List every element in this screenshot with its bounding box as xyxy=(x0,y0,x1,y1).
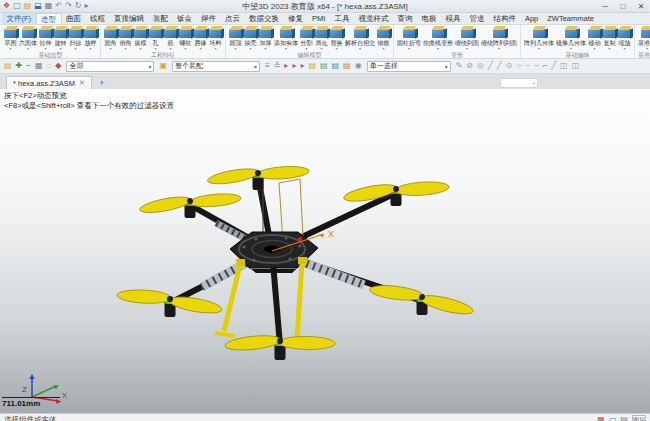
open-file-icon[interactable]: ▤ xyxy=(24,1,32,11)
match-icon[interactable]: ≙ xyxy=(273,60,282,72)
menu-tab-钣金[interactable]: 钣金 xyxy=(173,13,197,24)
ribbon-button-加厚[interactable]: 加厚▾ xyxy=(258,25,273,51)
list-mode-icon[interactable]: ≡ xyxy=(264,60,271,72)
ribbon-button-缠绕到面[interactable]: 缠绕到面▾ xyxy=(454,25,480,51)
redo-icon[interactable]: ↷ xyxy=(65,1,72,11)
ribbon-button-坯料[interactable]: 坯料▾ xyxy=(208,25,223,51)
menu-tab-工具[interactable]: 工具 xyxy=(330,13,354,24)
menu-tab-曲面[interactable]: 曲面 xyxy=(62,13,86,24)
menu-tab-线框[interactable]: 线框 xyxy=(86,13,110,24)
menu-tab-点云[interactable]: 点云 xyxy=(221,13,245,24)
ribbon-button-复制[interactable]: 复制▾ xyxy=(602,25,617,51)
ribbon-button-抽壳[interactable]: 抽壳▾ xyxy=(243,25,258,51)
target-icon[interactable]: ◉ xyxy=(354,60,363,72)
ribbon-button-拔模[interactable]: 拔模▾ xyxy=(133,25,148,51)
selection-mode-dropdown[interactable]: 单一选择 ▾ xyxy=(367,61,451,72)
menu-tab-装配[interactable]: 装配 xyxy=(149,13,173,24)
ribbon-button-缩放[interactable]: 缩放▾ xyxy=(617,25,632,51)
menu-tab-App[interactable]: App xyxy=(520,13,542,24)
pick-point-icon[interactable]: ◎ xyxy=(476,60,485,72)
floating-chip[interactable]: ▪ xyxy=(500,78,538,88)
circle-select-icon[interactable]: ◌ xyxy=(46,60,53,72)
assembly-scope-dropdown[interactable]: 整个装配 ▾ xyxy=(172,61,260,72)
layer-dropdown[interactable]: 图层0000 xyxy=(632,415,646,421)
play-icon[interactable]: ▸ xyxy=(85,1,89,11)
menu-tab-修复[interactable]: 修复 xyxy=(284,13,308,24)
menu-tab-视觉样式[interactable]: 视觉样式 xyxy=(354,13,393,24)
ribbon-button-按曲线变形[interactable]: 按曲线变形▾ xyxy=(422,25,454,51)
part-filter-icon[interactable]: ▤ xyxy=(307,60,317,72)
ribbon-button-解析自相交[interactable]: 解析自相交▾ xyxy=(344,25,376,51)
menu-tab-ZWTeammate[interactable]: ZWTeammate xyxy=(543,13,599,24)
save-icon[interactable]: ⬓ xyxy=(34,1,42,11)
menu-tab-电极[interactable]: 电极 xyxy=(417,13,441,24)
pick-prev-icon[interactable]: ▸ xyxy=(283,60,289,72)
pick-next-icon[interactable]: ▸ xyxy=(291,60,297,72)
undo-icon[interactable]: ↶ xyxy=(55,1,62,11)
minimize-button[interactable]: ─ xyxy=(599,2,611,11)
edge-filter-icon[interactable]: ▤ xyxy=(331,60,341,72)
pick-arc-icon[interactable]: ○ xyxy=(515,60,522,72)
menu-tab-造型[interactable]: 造型 xyxy=(36,13,62,24)
ribbon-button-基准面[interactable]: 基准面▾ xyxy=(637,25,650,51)
new-file-icon[interactable]: ▢ xyxy=(13,1,21,11)
curve-filter-icon[interactable]: ▤ xyxy=(342,60,352,72)
ribbon-button-移动[interactable]: 移动▾ xyxy=(587,25,602,51)
app-logo-icon[interactable]: ❖ xyxy=(3,1,10,11)
ribbon-button-放样[interactable]: 放样▾ xyxy=(83,25,98,51)
pick-circle-icon[interactable]: ⊙ xyxy=(505,60,514,72)
ribbon-button-旋转[interactable]: 旋转▾ xyxy=(53,25,68,51)
menu-tab-模具[interactable]: 模具 xyxy=(441,13,465,24)
ribbon-button-圆柱折弯[interactable]: 圆柱折弯▾ xyxy=(396,25,422,51)
layer-manager-icon[interactable]: ▤ xyxy=(3,60,13,72)
document-info-icon[interactable]: ▤ xyxy=(620,415,628,421)
menu-tab-数据交换[interactable]: 数据交换 xyxy=(245,13,284,24)
ribbon-button-孔[interactable]: 孔▾ xyxy=(148,25,163,51)
pick-spline-icon[interactable]: ~ xyxy=(533,60,540,72)
close-button[interactable]: ✕ xyxy=(635,2,647,11)
menu-tab-直接编辑[interactable]: 直接编辑 xyxy=(110,13,149,24)
ribbon-button-圆顶[interactable]: 圆顶▾ xyxy=(228,25,243,51)
viewport-3d[interactable]: 按下<F2>动态预览 <F8>或是<Shift+roll> 查看下一个有效的过滤… xyxy=(0,89,650,413)
ribbon-button-缠绕阵列到面[interactable]: 缠绕阵列到面▾ xyxy=(480,25,518,51)
ribbon-button-倒角[interactable]: 倒角▾ xyxy=(118,25,133,51)
ribbon-button-替换[interactable]: 替换▾ xyxy=(329,25,344,51)
pick-last-icon[interactable]: ▸ xyxy=(299,60,305,72)
pick-face-icon[interactable]: ◫ xyxy=(559,60,569,72)
sketch-pick-icon[interactable]: ✎ xyxy=(455,60,464,72)
pick-body-icon[interactable]: ◫ xyxy=(571,60,581,72)
document-tab-active[interactable]: * hexa.ass.Z3ASM ✕ xyxy=(6,76,92,89)
pick-line-icon[interactable]: ╱ xyxy=(487,60,494,72)
ribbon-button-拉伸[interactable]: 拉伸▾ xyxy=(38,25,53,51)
monitor-icon[interactable]: ▭ xyxy=(609,415,617,421)
ribbon-button-简化[interactable]: 简化▾ xyxy=(314,25,329,51)
ribbon-button-镶嵌[interactable]: 镶嵌▾ xyxy=(376,25,391,51)
print-icon[interactable]: ▦ xyxy=(45,1,53,11)
pick-axis-icon[interactable]: ╱ xyxy=(550,60,557,72)
menu-tab-PMI[interactable]: PMI xyxy=(308,13,330,24)
view-attributes-icon[interactable]: ▦ xyxy=(597,415,605,421)
ribbon-button-筋[interactable]: 筋▾ xyxy=(163,25,178,51)
ribbon-button-添加实体[interactable]: 添加实体▾ xyxy=(273,25,299,51)
tab-close-icon[interactable]: ✕ xyxy=(79,79,85,87)
ribbon-button-分割[interactable]: 分割▾ xyxy=(299,25,314,51)
ribbon-button-圆角[interactable]: 圆角▾ xyxy=(103,25,118,51)
pick-segment-icon[interactable]: ╱ xyxy=(496,60,503,72)
ribbon-button-扫掠[interactable]: 扫掠▾ xyxy=(68,25,83,51)
grid-snap-icon[interactable]: ▦ xyxy=(34,60,44,72)
menu-tab-管道[interactable]: 管道 xyxy=(465,13,489,24)
menu-tab-焊件[interactable]: 焊件 xyxy=(197,13,221,24)
ribbon-button-唇缘[interactable]: 唇缘▾ xyxy=(193,25,208,51)
ribbon-button-镜像几何体[interactable]: 镜像几何体▾ xyxy=(555,25,587,51)
pick-polyline-icon[interactable]: ⌐ xyxy=(542,60,549,72)
ribbon-button-阵列几何体[interactable]: 阵列几何体▾ xyxy=(523,25,555,51)
menu-tab-查询[interactable]: 查询 xyxy=(393,13,417,24)
filter-dropdown[interactable]: 全部 ▾ xyxy=(66,61,154,72)
ribbon-button-螺纹[interactable]: 螺纹▾ xyxy=(178,25,193,51)
ribbon-button-草图[interactable]: 草图▾ xyxy=(3,25,18,51)
no-pick-icon[interactable]: ⊘ xyxy=(465,60,474,72)
menu-tab-结构件[interactable]: 结构件 xyxy=(489,13,521,24)
refresh-icon[interactable]: ↻ xyxy=(75,1,82,11)
pick-curve-icon[interactable]: ~ xyxy=(524,60,531,72)
ribbon-button-六面体[interactable]: 六面体▾ xyxy=(18,25,38,51)
